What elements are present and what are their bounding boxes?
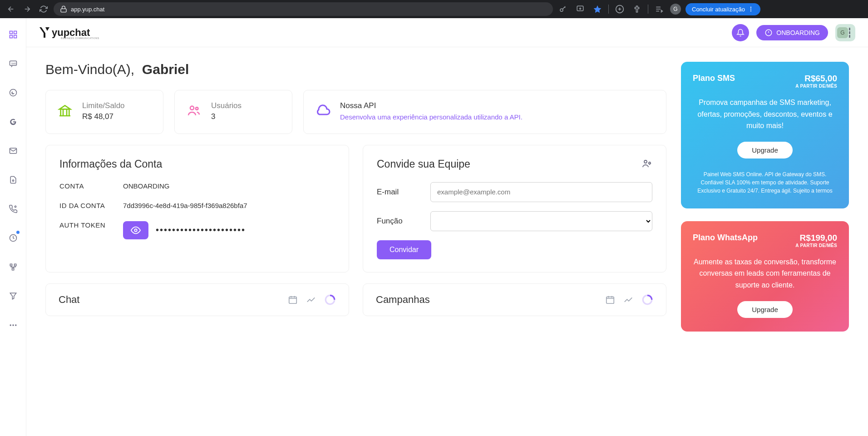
account-info-panel: Informações da Conta CONTA ONBOARDING ID… (45, 145, 349, 272)
user-avatar[interactable]: G (835, 24, 855, 41)
cloud-icon (314, 101, 332, 119)
plan-wa-price: R$199,00 (795, 233, 837, 243)
svg-point-22 (12, 324, 14, 326)
svg-rect-20 (12, 268, 14, 270)
sidebar-call[interactable] (5, 201, 21, 217)
users-label: Usuários (211, 101, 242, 110)
svg-point-15 (12, 180, 14, 181)
email-label: E-mail (377, 188, 422, 197)
plan-sms-desc: Promova campanhas de SMS marketing, ofer… (693, 97, 837, 132)
plan-sms-name: Plano SMS (693, 74, 735, 83)
plan-sms-card: Plano SMS R$65,00 A PARTIR DE/MÊS Promov… (681, 62, 849, 208)
calendar-icon[interactable] (288, 295, 298, 305)
svg-point-30 (644, 160, 647, 163)
svg-point-5 (750, 9, 751, 10)
chat-panel: Chat (45, 283, 349, 316)
svg-rect-18 (10, 264, 12, 266)
sidebar-document[interactable] (5, 172, 21, 188)
account-title: Informações da Conta (59, 158, 335, 170)
svg-rect-34 (607, 297, 614, 303)
plan-sms-price: R$65,00 (795, 74, 837, 84)
topbar: yupchat BUSINESS COMMUNICATIONS ONBOARDI… (26, 18, 868, 47)
users-value: 3 (211, 112, 242, 121)
onboarding-button[interactable]: ONBOARDING (756, 25, 828, 40)
conta-label: CONTA (59, 182, 118, 190)
svg-rect-9 (10, 35, 12, 38)
key-icon[interactable] (557, 3, 569, 15)
back-button[interactable] (5, 3, 17, 15)
sidebar-filter[interactable] (5, 288, 21, 304)
svg-text:SMS: SMS (11, 62, 16, 65)
plan-wa-name: Plano WhatsApp (693, 233, 758, 243)
role-select[interactable] (430, 211, 652, 231)
invite-button[interactable]: Convidar (377, 240, 431, 259)
sidebar-google[interactable] (5, 114, 21, 130)
forward-button[interactable] (21, 3, 34, 15)
reload-button[interactable] (37, 3, 50, 15)
sidebar-more[interactable] (5, 317, 21, 333)
svg-point-6 (750, 10, 751, 11)
role-label: Função (377, 217, 422, 226)
sidebar-whatsapp[interactable] (5, 84, 21, 101)
stat-users: Usuários 3 (174, 90, 292, 134)
notification-dot (16, 231, 20, 234)
url-text: app.yup.chat (71, 6, 104, 13)
svg-rect-7 (10, 31, 12, 34)
team-settings-icon[interactable] (641, 158, 652, 169)
invite-team-panel: Convide sua Equipe E-mail Função Convida… (363, 145, 666, 272)
notifications-button[interactable] (732, 24, 749, 41)
plan-wa-price-sub: A PARTIR DE/MÊS (795, 243, 837, 248)
email-input[interactable] (430, 182, 652, 202)
finish-update-button[interactable]: Concluir atualização (686, 3, 760, 15)
plan-sms-fine: Painel Web SMS Online. API de Gateway do… (693, 170, 837, 195)
bookmark-star-icon[interactable] (591, 3, 604, 15)
stat-api[interactable]: Nossa API Desenvolva uma experiência per… (303, 90, 666, 134)
calendar-icon[interactable] (605, 295, 615, 305)
sidebar-activity[interactable] (5, 230, 21, 246)
plan-sms-upgrade-button[interactable]: Upgrade (737, 142, 793, 159)
svg-rect-10 (14, 35, 16, 38)
api-title: Nossa API (340, 101, 523, 110)
plan-wa-desc: Aumente as taxas de conversão, transform… (693, 256, 837, 291)
sidebar-email[interactable] (5, 143, 21, 159)
browser-profile[interactable]: G (670, 4, 681, 15)
svg-point-13 (10, 89, 16, 96)
campaigns-panel: Campanhas (363, 283, 666, 316)
svg-point-1 (560, 9, 563, 11)
svg-point-29 (134, 229, 137, 232)
plan-sms-price-sub: A PARTIR DE/MÊS (795, 84, 837, 89)
api-desc: Desenvolva uma experiência personalizada… (340, 112, 523, 123)
svg-point-23 (15, 324, 16, 326)
url-bar[interactable]: app.yup.chat (54, 2, 553, 16)
loading-icon (641, 294, 653, 306)
svg-point-28 (196, 107, 198, 109)
sidebar-flow[interactable] (5, 259, 21, 275)
svg-point-4 (750, 7, 751, 8)
trend-icon[interactable] (306, 295, 316, 305)
plan-whatsapp-card: Plano WhatsApp R$199,00 A PARTIR DE/MÊS … (681, 221, 849, 332)
trend-icon[interactable] (623, 295, 633, 305)
conta-value: ONBOARDING (123, 182, 335, 190)
svg-point-31 (649, 162, 651, 164)
browser-chrome: app.yup.chat G Concluir atualização (0, 0, 868, 18)
logo[interactable]: yupchat BUSINESS COMMUNICATIONS (39, 25, 107, 40)
new-tab-icon[interactable] (613, 3, 626, 15)
extensions-icon[interactable] (631, 3, 643, 15)
balance-value: R$ 48,07 (82, 112, 125, 121)
svg-text:BUSINESS COMMUNICATIONS: BUSINESS COMMUNICATIONS (61, 37, 99, 40)
sidebar: SMS (0, 18, 26, 436)
plan-wa-upgrade-button[interactable]: Upgrade (737, 301, 793, 318)
chat-title: Chat (59, 294, 79, 306)
balance-label: Limite/Saldo (82, 101, 125, 110)
reveal-token-button[interactable] (123, 221, 148, 239)
playlist-icon[interactable] (653, 3, 666, 15)
sidebar-sms[interactable]: SMS (5, 55, 21, 72)
invite-title: Convide sua Equipe (377, 158, 470, 170)
bank-icon (56, 101, 74, 119)
svg-point-27 (190, 106, 194, 110)
sidebar-dashboard[interactable] (5, 26, 21, 43)
account-id-label: ID DA CONTA (59, 202, 118, 209)
install-icon[interactable] (574, 3, 587, 15)
campaigns-title: Campanhas (376, 294, 430, 306)
svg-rect-0 (61, 9, 66, 12)
